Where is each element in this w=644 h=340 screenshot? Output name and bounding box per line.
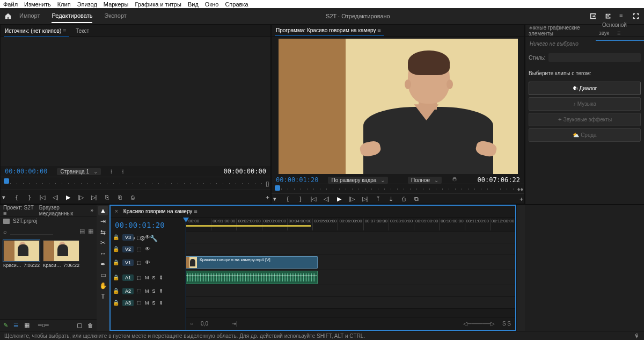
pen-tool[interactable]: ✒ [98, 259, 108, 269]
fit-dropdown[interactable]: По размеру кадра [328, 177, 388, 184]
mark-in-icon[interactable]: { [284, 196, 291, 202]
rect-tool[interactable]: ▭ [98, 270, 108, 280]
home-icon[interactable] [4, 12, 12, 20]
work-area-bar[interactable] [186, 225, 311, 227]
track-label[interactable]: A1 [122, 274, 134, 281]
track-select-tool[interactable]: ⇥ [98, 216, 108, 226]
insert-icon[interactable]: ⎘ [104, 194, 110, 200]
go-in-icon[interactable]: |◁ [39, 194, 46, 200]
workspace-edit[interactable]: Редактировать [52, 9, 92, 23]
project-search-input[interactable] [10, 228, 53, 235]
close-sequence-icon[interactable]: × [115, 208, 118, 214]
project-item[interactable]: Красиво гово…7:06:22 [3, 240, 40, 268]
menu-window[interactable]: Окно [205, 1, 219, 8]
hand-tool[interactable]: ✋ [98, 281, 108, 291]
timeline-ruler[interactable]: :00:0000:01:00:0000:02:00:0000:03:00:000… [186, 218, 515, 232]
mark-out-icon[interactable]: } [297, 196, 304, 202]
timeline-playhead[interactable] [186, 218, 186, 330]
step-back-icon[interactable]: ◁| [323, 196, 330, 202]
menu-help[interactable]: Справка [225, 1, 248, 8]
razor-tool[interactable]: ✂ [98, 238, 108, 248]
voiceover-icon[interactable]: 🎙 [634, 333, 640, 339]
media-browser-tab[interactable]: Браузер медиаданных [39, 205, 85, 216]
filter-icon[interactable]: ▤ [79, 228, 85, 235]
project-tab[interactable]: Проект: S2T [3, 205, 34, 216]
add-marker-icon[interactable]: ▾ [1, 194, 7, 200]
snap-end-icon[interactable]: ⇥| [232, 321, 238, 327]
settings-icon[interactable] [451, 177, 458, 183]
panel-menu-icon[interactable] [194, 208, 199, 214]
play-icon[interactable]: ▶ [336, 196, 342, 202]
track-label[interactable]: A2 [122, 288, 134, 294]
track-label[interactable]: V3 [122, 234, 134, 241]
step-fwd-icon[interactable]: |▷ [78, 194, 84, 200]
ess-audio-tab[interactable]: Основной звук [596, 20, 644, 41]
program-playhead[interactable] [275, 185, 280, 191]
btn-plus-icon[interactable]: ＋ [518, 196, 524, 202]
tag-dialogue[interactable]: 🗣 Диалог [529, 82, 641, 95]
btn-plus-icon[interactable]: ＋ [264, 194, 270, 200]
menu-markers[interactable]: Маркеры [104, 1, 129, 8]
mark-in-icon[interactable]: { [13, 194, 20, 200]
fullscreen-icon[interactable] [632, 12, 640, 20]
caption-inpoint-icon[interactable]: ⸠ [111, 168, 112, 175]
caption-outpoint-icon[interactable]: ⸡ [122, 168, 123, 175]
mark-out-icon[interactable]: } [26, 194, 33, 200]
program-monitor[interactable] [272, 37, 524, 176]
menu-graphics[interactable]: Графика и титры [135, 1, 181, 8]
share-icon[interactable] [604, 12, 612, 20]
lock-icon[interactable]: 🔒 [113, 234, 119, 240]
ess-graphics-tab[interactable]: ∗жные графические элементы [525, 23, 596, 39]
icon-view-icon[interactable]: ▦ [24, 322, 30, 329]
lift-icon[interactable]: ⤒ [375, 196, 381, 202]
workspace-import[interactable]: Импорт [19, 9, 40, 23]
audio-clip[interactable] [186, 271, 318, 284]
menu-file[interactable]: Файл [3, 1, 18, 8]
new-bin-icon[interactable]: ▢ [77, 322, 82, 329]
sequence-tab[interactable]: Красиво говорим на камеру [123, 208, 199, 214]
add-marker-icon[interactable]: ▾ [272, 196, 278, 202]
go-in-icon[interactable]: |◁ [310, 196, 317, 202]
workspace-menu-icon[interactable] [619, 12, 625, 20]
new-item-icon[interactable]: ▦ [88, 228, 93, 235]
source-monitor[interactable] [1, 37, 270, 166]
program-tc[interactable]: 00:00:01:20 [276, 176, 318, 184]
project-item[interactable]: Красиво гово…7:06:22 [43, 240, 79, 268]
panel-menu-icon[interactable] [377, 27, 383, 33]
source-tc-in[interactable]: 00:00:00:00 [5, 168, 47, 175]
list-view-icon[interactable]: ☰ [13, 322, 19, 329]
trash-icon[interactable]: 🗑 [87, 322, 93, 329]
tag-icon[interactable]: ⬚ [137, 235, 142, 240]
menu-clip[interactable]: Клип [57, 1, 71, 8]
track-label[interactable]: A3 [122, 300, 134, 306]
step-fwd-icon[interactable]: |▷ [349, 196, 355, 202]
export-frame-icon[interactable]: ⎙ [400, 196, 407, 202]
slip-tool[interactable]: ↔ [98, 249, 108, 258]
ripple-tool[interactable]: ⇆ [98, 227, 108, 237]
search-icon[interactable]: ⌕ [3, 228, 7, 235]
go-out-icon[interactable]: ▷| [362, 196, 368, 202]
source-ruler[interactable]: {} [1, 177, 270, 190]
timeline-tc[interactable]: 00:00:01:20 [115, 221, 165, 229]
quick-export-icon[interactable] [589, 12, 597, 20]
overwrite-icon[interactable]: ⎗ [116, 194, 123, 200]
tag-sfx[interactable]: ✦ Звуковые эффекты [529, 113, 641, 126]
mic-icon[interactable]: 🎙 [159, 275, 164, 280]
panel-menu-icon[interactable] [614, 28, 620, 38]
program-ruler[interactable]: ♦♦ [272, 184, 524, 193]
tag-music[interactable]: ♪ Музыка [529, 97, 641, 111]
menu-edit[interactable]: Изменить [24, 1, 51, 8]
menu-view[interactable]: Вид [188, 1, 199, 8]
tag-ambience[interactable]: ⛅ Среда [529, 128, 641, 142]
freeform-icon[interactable]: ✎ [3, 322, 8, 329]
zoom-out-icon[interactable]: ○ [190, 321, 193, 327]
text-tab[interactable]: Текст [75, 26, 90, 36]
source-tab[interactable]: Источник: (нет клипов) [4, 26, 69, 37]
selection-tool[interactable]: ▲ [98, 206, 108, 215]
track-label[interactable]: V1 [122, 259, 134, 266]
program-tab[interactable]: Программа: Красиво говорим на камеру [275, 25, 384, 36]
menu-sequence[interactable]: Эпизод [77, 1, 97, 8]
quality-dropdown[interactable]: Полное [408, 177, 442, 184]
workspace-export[interactable]: Экспорт [104, 9, 126, 23]
go-out-icon[interactable]: ▷| [91, 194, 97, 200]
